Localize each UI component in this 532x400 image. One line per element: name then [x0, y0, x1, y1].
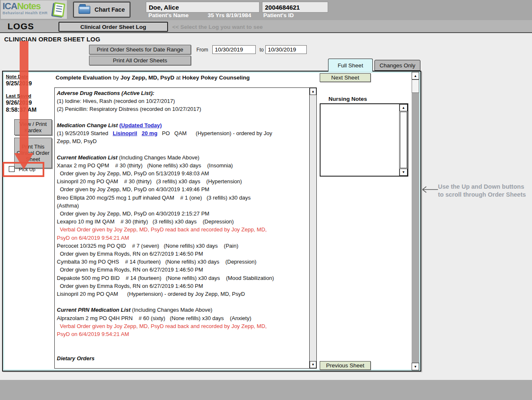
medication-link[interactable]: Lisinopril [113, 130, 137, 136]
print-date-range-button[interactable]: Print Order Sheets for Date Range [89, 45, 191, 54]
text-segment: Joy Zepp, MD, PsyD [120, 74, 174, 81]
red-arrow-head-icon [14, 153, 33, 169]
text-segment: PsyD on 6/4/2019 9:54:21 AM [57, 235, 129, 241]
document-line [57, 362, 308, 368]
document-line: Current Medication List (Including Chang… [57, 154, 308, 162]
document-line: PsyD on 6/4/2019 9:54:21 AM [57, 234, 308, 242]
text-segment: Order given by Joy Zepp, MD, PsyD on 4/3… [57, 186, 209, 192]
notes-document-icon [53, 2, 65, 17]
text-segment: Depakote 500 mg PO BID # 14 (fourteen) (… [57, 275, 274, 281]
text-segment: Lisinopril 20 mg PO QAM # 30 (thirty) (3… [57, 178, 242, 185]
tab-changes-only[interactable]: Changes Only [374, 60, 420, 71]
text-segment: Alprazolam 2 mg PO Q4H PRN # 60 (sixty) … [57, 315, 251, 321]
nursing-notes-box[interactable]: ▲ ▼ [320, 103, 408, 177]
text-segment: Xanax 2 mg PO QPM # 30 (thirty) (None re… [57, 162, 233, 169]
scroll-thumb[interactable] [412, 79, 419, 93]
scroll-up-icon[interactable]: ▲ [400, 104, 407, 111]
next-sheet-button[interactable]: Next Sheet [320, 73, 371, 82]
medication-link[interactable]: 20 mg [142, 130, 158, 136]
scroll-down-icon[interactable]: ▼ [412, 363, 419, 370]
folder-icon [79, 6, 90, 14]
logs-title: LOGS [8, 21, 34, 31]
document-line [57, 338, 308, 346]
tab-full-sheet[interactable]: Full Sheet [328, 59, 373, 72]
medication-link[interactable]: (Updated Today) [120, 122, 162, 128]
order-sheet-scrollbar: ▲ ▼ [412, 72, 419, 370]
text-segment: Order given by Emma Royds, RN on 6/27/20… [57, 267, 203, 273]
document-line: Verbal Order given by Joy Zepp, MD, PsyD… [57, 226, 308, 233]
scroll-thumb[interactable] [400, 112, 407, 168]
scroll-track[interactable] [412, 93, 419, 363]
to-label: to [260, 47, 264, 53]
document-line: Order given by Emma Royds, RN on 6/27/20… [57, 282, 308, 290]
log-select-hint: << Select the Log you want to see [172, 24, 263, 30]
footer-light-strip [0, 372, 532, 380]
text-segment: (Including Changes Made Above) [130, 307, 212, 313]
document-line [57, 346, 308, 354]
document-line: Order given by Emma Royds, RN on 6/27/20… [57, 250, 308, 258]
sheet-title: Complete Evaluation by Joy Zepp, MD, Psy… [56, 74, 249, 81]
page-title: CLINICIAN ORDER SHEET LOG [4, 36, 100, 43]
document-line: Dietary Orders [57, 354, 308, 362]
text-segment: Hokey Pokey Counseling [182, 74, 249, 81]
text-segment: Adverse Drug Reactions (Active List): [57, 90, 154, 96]
document-line: Order given by Joy Zepp, MD, PsyD on 4/3… [57, 185, 308, 193]
text-segment: Complete Evaluation [56, 74, 112, 81]
text-segment: Lisinopril 20 mg PO QAM (Hypertension) -… [57, 291, 245, 297]
document-line: Lisinopril 20 mg PO QAM (Hypertension) -… [57, 290, 308, 298]
patient-name-field[interactable] [146, 2, 260, 13]
patient-id-label: Patient's ID [263, 12, 294, 18]
document-line: Lisinopril 20 mg PO QAM # 30 (thirty) (3… [57, 177, 308, 185]
order-sheet-document: Adverse Drug Reactions (Active List):(1)… [54, 87, 317, 369]
document-scrollbar: ▲ ▼ [309, 88, 316, 368]
nursing-notes-label: Nursing Notes [328, 96, 367, 102]
text-segment: Order given by Joy Zepp, MD, PsyD on 4/3… [57, 210, 209, 217]
document-line [57, 113, 308, 121]
scroll-down-icon[interactable]: ▼ [400, 169, 407, 176]
document-line: Lexapro 10 mg IM QAM # 30 (thirty) (3 re… [57, 218, 308, 226]
text-segment: by [112, 74, 121, 81]
text-segment: Cymbalta 30 mg PO QHS # 14 (fourteen) (N… [57, 259, 257, 265]
from-date-input[interactable] [212, 45, 256, 54]
document-line: Depakote 500 mg PO BID # 14 (fourteen) (… [57, 274, 308, 282]
text-segment: Medication Change List [57, 122, 120, 128]
patient-name-label: Patient's Name [148, 12, 188, 18]
text-segment: Verbal Order given by Joy Zepp, MD, PsyD… [57, 323, 267, 329]
nursing-notes-textarea[interactable] [321, 104, 399, 176]
chart-face-button[interactable]: Chart Face [73, 2, 130, 18]
scroll-up-icon[interactable]: ▲ [310, 88, 316, 95]
document-line [57, 298, 308, 306]
clinical-order-sheet-log-button[interactable]: Clinical Order Sheet Log [59, 22, 168, 32]
text-segment: PsyD on 6/4/2019 9:54:21 AM [57, 331, 129, 337]
text-segment: Order given by Emma Royds, RN on 6/27/20… [57, 283, 203, 289]
scroll-track[interactable] [310, 95, 316, 361]
print-all-button[interactable]: Print All Order Sheets [89, 56, 191, 65]
text-segment: Breo Ellipta 200 mcg/25 mcg 1 puff inhal… [57, 195, 251, 201]
document-line: Order given by Emma Royds, RN on 6/27/20… [57, 266, 308, 274]
red-arrow-shaft [20, 41, 28, 153]
text-segment: Zepp, MD, PsyD [57, 138, 97, 144]
scroll-down-icon[interactable]: ▼ [310, 361, 316, 368]
text-segment: Lexapro 10 mg IM QAM # 30 (thirty) (3 re… [57, 218, 234, 225]
patient-id-field[interactable] [262, 2, 328, 13]
document-line: PsyD on 6/4/2019 9:54:21 AM [57, 330, 308, 338]
document-line: Medication Change List (Updated Today) [57, 121, 308, 129]
icanotes-logo: ICANotes Behavioral Health EHR [1, 0, 67, 19]
to-date-input[interactable] [265, 45, 307, 54]
document-line: Verbal Order given by Joy Zepp, MD, PsyD… [57, 322, 308, 330]
footer-bar [0, 380, 532, 400]
previous-sheet-button[interactable]: Previous Sheet [320, 361, 371, 370]
document-line [57, 145, 308, 153]
document-line: Percocet 10/325 mg PO QID # 7 (seven) (N… [57, 242, 308, 250]
document-content: Adverse Drug Reactions (Active List):(1)… [55, 88, 309, 368]
text-segment: Order given by Joy Zepp, MD, PsyD on 5/1… [57, 170, 209, 177]
from-label: From [196, 47, 208, 53]
text-segment: Current PRN Medication List [57, 307, 130, 313]
nursing-notes-scrollbar: ▲ ▼ [399, 104, 407, 176]
document-line: (Asthma) [57, 202, 308, 210]
document-line: Alprazolam 2 mg PO Q4H PRN # 60 (sixty) … [57, 314, 308, 322]
text-segment: Order given by Emma Royds, RN on 6/27/20… [57, 251, 203, 257]
scroll-up-icon[interactable]: ▲ [412, 72, 419, 79]
document-line: Adverse Drug Reactions (Active List): [57, 89, 308, 97]
document-line: Order given by Joy Zepp, MD, PsyD on 4/3… [57, 210, 308, 218]
